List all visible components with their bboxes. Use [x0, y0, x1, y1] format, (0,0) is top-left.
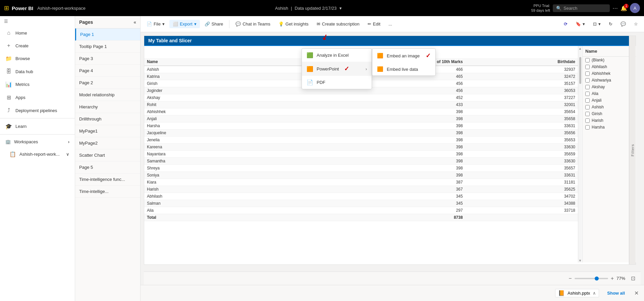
page-item-time1[interactable]: Time-intelligence func...: [75, 173, 140, 186]
refresh-icon: ⟳: [564, 21, 568, 27]
star-button[interactable]: ☆: [631, 20, 641, 28]
create-icon: +: [5, 43, 12, 49]
data-table-container[interactable]: Name Sum of 10th Marks Birthdate Ashish4…: [144, 58, 578, 274]
page-item-model[interactable]: Model relationship: [75, 89, 140, 101]
sidebar-item-label: Create: [15, 43, 29, 48]
get-insights-button[interactable]: 💡 Get insights: [275, 20, 312, 28]
data-updated-chevron[interactable]: ▾: [339, 6, 342, 11]
page-item-time2[interactable]: Time-intellige...: [75, 186, 140, 198]
filter-item[interactable]: Aishwariya: [583, 77, 636, 84]
filter-item[interactable]: Abhishhek: [583, 70, 636, 77]
sidebar-item-apps[interactable]: ⊞ Apps: [0, 91, 75, 104]
bookmark-button[interactable]: 🔖 ▾: [572, 20, 588, 28]
pages-collapse-icon[interactable]: «: [133, 19, 136, 25]
page-item-tooltip[interactable]: Tooltip Page 1: [75, 41, 140, 53]
analyze-excel-item[interactable]: 🟩 Analyze in Excel: [302, 49, 372, 62]
show-all-button[interactable]: Show all: [603, 289, 629, 298]
powerpoint-submenu: 🟧 Embed an image ✓ 🟧 Embed live data: [372, 48, 436, 76]
toolbar: 📄 File ▾ ⬜ Export ▾ 🔗 Share 💬 Chat in Te…: [141, 16, 644, 32]
comment-button[interactable]: 💬: [617, 20, 629, 28]
zoom-minus-button[interactable]: −: [569, 275, 572, 282]
page-item-mypage1[interactable]: MyPage1: [75, 125, 140, 137]
more-icon[interactable]: ⋯: [612, 5, 618, 11]
sidebar-item-browse[interactable]: 📁 Browse: [0, 52, 75, 65]
filter-item[interactable]: (Blank): [583, 57, 636, 63]
zoom-slider[interactable]: [575, 278, 608, 279]
embed-live-data-item[interactable]: 🟧 Embed live data: [372, 63, 435, 76]
filter-item[interactable]: Abhilash: [583, 63, 636, 70]
filter-item[interactable]: Harsha: [583, 124, 636, 131]
edit-button[interactable]: ✏ Edit: [364, 20, 384, 28]
notification-icon[interactable]: 🔔 1: [621, 5, 627, 11]
page-item-scatter[interactable]: Scatter Chart: [75, 149, 140, 161]
sidebar-item-label: Deployment pipelines: [15, 108, 57, 113]
sidebar-item-label: Home: [15, 31, 27, 36]
filter-item[interactable]: Akshay: [583, 84, 636, 90]
pptx-chevron-icon[interactable]: ∧: [593, 291, 596, 296]
export-button[interactable]: ⬜ Export ▾: [169, 20, 200, 28]
sidebar-item-deployment[interactable]: ⤴ Deployment pipelines: [0, 104, 75, 117]
more-options-button[interactable]: ...: [385, 20, 395, 28]
sidebar-item-workspaces[interactable]: 🏢 Workspaces ›: [0, 136, 75, 148]
page-item-hierarchy[interactable]: Hierarchy: [75, 101, 140, 113]
sidebar-item-home[interactable]: ⌂ Home: [0, 27, 75, 39]
file-icon: 📄: [147, 21, 152, 27]
filter-item[interactable]: Girish: [583, 110, 636, 117]
sidebar-item-current-workspace[interactable]: 📋 Ashish-report-work... ∨: [0, 148, 75, 161]
filter-item[interactable]: Anjali: [583, 97, 636, 104]
powerpoint-label: PowerPoint: [317, 66, 339, 71]
sidebar-item-learn[interactable]: 🎓 Learn: [0, 120, 75, 133]
table-scrollbar[interactable]: ▲ ▼: [578, 46, 582, 262]
filter-item[interactable]: Harish: [583, 117, 636, 124]
embed-image-checkmark: ✓: [426, 52, 431, 59]
deployment-icon: ⤴: [5, 107, 12, 113]
table-row: Jacqueline39835656: [144, 130, 578, 137]
page-item-drillthrough[interactable]: Drillthrough: [75, 113, 140, 125]
create-subscription-button[interactable]: ✉ Create subscription: [313, 20, 363, 28]
page-item-page5[interactable]: Page 5: [75, 161, 140, 173]
pdf-item[interactable]: 📄 PDF: [302, 76, 372, 89]
powerpoint-checkmark: ✓: [344, 65, 349, 72]
file-button[interactable]: 📄 File ▾: [143, 20, 168, 28]
embed-image-item[interactable]: 🟧 Embed an image ✓: [372, 49, 435, 63]
zoom-percent: 77%: [616, 276, 628, 281]
powerpoint-item[interactable]: 🟧 PowerPoint ✓ ›: [302, 62, 372, 76]
filter-item[interactable]: Alia: [583, 90, 636, 97]
notification-badge: 1: [624, 4, 629, 8]
nav-collapse-button[interactable]: ☰: [0, 16, 75, 27]
pptx-bar: 📙 Ashish.pptx ∧: [555, 289, 599, 297]
chat-in-teams-button[interactable]: 💬 Chat in Teams: [232, 20, 274, 28]
filters-side-tab[interactable]: Filters: [629, 36, 636, 264]
sidebar-item-data-hub[interactable]: 🗄 Data hub: [0, 65, 75, 78]
embed-image-label: Embed an image: [387, 53, 420, 58]
fit-page-icon[interactable]: ⊡: [631, 275, 635, 282]
close-button[interactable]: ✕: [633, 289, 640, 298]
table-row: Anjali39835658: [144, 115, 578, 122]
search-icon: 🔍: [556, 6, 561, 11]
search-placeholder: Search: [564, 6, 577, 11]
page-item-page1[interactable]: Page 1: [75, 29, 140, 41]
refresh2-button[interactable]: ↻: [605, 20, 616, 28]
refresh-button[interactable]: ⟳: [560, 20, 571, 28]
page-item-page2[interactable]: Page 2: [75, 77, 140, 89]
edit-icon: ✏: [368, 21, 371, 27]
metrics-icon: 📊: [5, 81, 12, 88]
search-box[interactable]: 🔍 Search: [553, 4, 610, 12]
zoom-plus-button[interactable]: +: [611, 275, 614, 282]
comment-icon: 💬: [621, 21, 626, 27]
refresh2-icon: ↻: [609, 21, 612, 27]
page-item-page3[interactable]: Page 3: [75, 53, 140, 65]
sidebar-item-create[interactable]: + Create: [0, 39, 75, 52]
page-item-page4[interactable]: Page 4: [75, 65, 140, 77]
filters-tab-label: Filters: [631, 144, 635, 156]
edit-label: Edit: [373, 21, 380, 27]
toolbar-separator: [229, 20, 229, 28]
page-item-mypage2[interactable]: MyPage2: [75, 137, 140, 149]
embed-image-ppt-icon: 🟧: [377, 53, 383, 59]
share-button[interactable]: 🔗 Share: [201, 20, 227, 28]
view-button[interactable]: ⊡ ▾: [590, 20, 604, 28]
sidebar-item-metrics[interactable]: 📊 Metrics: [0, 78, 75, 91]
avatar[interactable]: A: [630, 3, 640, 13]
toolbar-right: ⟳ 🔖 ▾ ⊡ ▾ ↻ 💬 ☆: [560, 20, 641, 28]
filter-item[interactable]: Ashish: [583, 104, 636, 110]
